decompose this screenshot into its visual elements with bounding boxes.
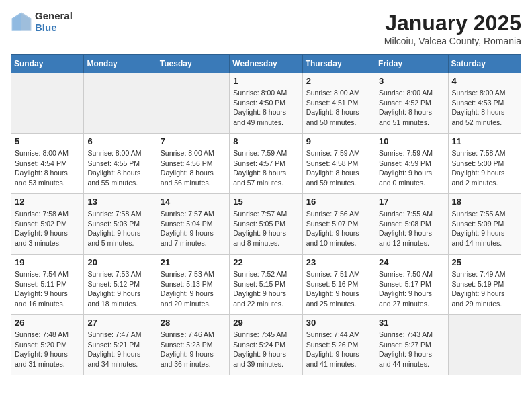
cell-info-text: Sunrise: 7:44 AM Sunset: 5:26 PM Dayligh… <box>306 330 371 369</box>
cell-info-text: Sunrise: 7:53 AM Sunset: 5:12 PM Dayligh… <box>87 269 152 309</box>
page-title: January 2025 <box>384 11 521 36</box>
cell-info-text: Sunrise: 7:43 AM Sunset: 5:27 PM Dayligh… <box>379 330 444 369</box>
cell-info-text: Sunrise: 8:00 AM Sunset: 4:51 PM Dayligh… <box>306 88 371 128</box>
calendar-cell: 28Sunrise: 7:46 AM Sunset: 5:23 PM Dayli… <box>157 315 229 375</box>
calendar-cell: 12Sunrise: 7:58 AM Sunset: 5:02 PM Dayli… <box>11 194 84 255</box>
calendar-cell: 31Sunrise: 7:43 AM Sunset: 5:27 PM Dayli… <box>375 315 448 375</box>
calendar-week-row: 19Sunrise: 7:54 AM Sunset: 5:11 PM Dayli… <box>11 255 521 315</box>
cell-date-number: 12 <box>15 197 80 207</box>
calendar-cell: 18Sunrise: 7:55 AM Sunset: 5:09 PM Dayli… <box>448 194 521 255</box>
cell-date-number: 10 <box>379 136 444 146</box>
calendar-cell: 7Sunrise: 8:00 AM Sunset: 4:56 PM Daylig… <box>157 134 229 194</box>
calendar-week-row: 12Sunrise: 7:58 AM Sunset: 5:02 PM Dayli… <box>11 194 521 255</box>
cell-info-text: Sunrise: 8:00 AM Sunset: 4:53 PM Dayligh… <box>452 88 517 128</box>
calendar-cell: 6Sunrise: 8:00 AM Sunset: 4:55 PM Daylig… <box>84 134 157 194</box>
cell-info-text: Sunrise: 7:59 AM Sunset: 4:57 PM Dayligh… <box>233 148 298 188</box>
calendar-cell: 14Sunrise: 7:57 AM Sunset: 5:04 PM Dayli… <box>157 194 229 255</box>
calendar-cell <box>84 73 157 134</box>
cell-date-number: 13 <box>87 197 152 207</box>
calendar-cell: 24Sunrise: 7:50 AM Sunset: 5:17 PM Dayli… <box>375 255 448 315</box>
calendar-cell: 4Sunrise: 8:00 AM Sunset: 4:53 PM Daylig… <box>448 73 521 134</box>
calendar-cell: 29Sunrise: 7:45 AM Sunset: 5:24 PM Dayli… <box>230 315 302 375</box>
cell-info-text: Sunrise: 7:59 AM Sunset: 4:59 PM Dayligh… <box>379 148 444 188</box>
cell-date-number: 16 <box>306 197 371 207</box>
calendar-cell: 13Sunrise: 7:58 AM Sunset: 5:03 PM Dayli… <box>84 194 157 255</box>
cell-info-text: Sunrise: 8:00 AM Sunset: 4:54 PM Dayligh… <box>15 148 80 188</box>
cell-date-number: 30 <box>306 318 371 328</box>
calendar-day-header: Friday <box>375 55 448 73</box>
calendar-cell: 25Sunrise: 7:49 AM Sunset: 5:19 PM Dayli… <box>448 255 521 315</box>
svg-marker-2 <box>12 12 21 30</box>
calendar-table: SundayMondayTuesdayWednesdayThursdayFrid… <box>11 54 521 375</box>
cell-date-number: 2 <box>306 76 371 86</box>
calendar-cell: 17Sunrise: 7:55 AM Sunset: 5:08 PM Dayli… <box>375 194 448 255</box>
cell-info-text: Sunrise: 7:47 AM Sunset: 5:21 PM Dayligh… <box>87 330 152 369</box>
cell-date-number: 4 <box>452 76 517 86</box>
cell-info-text: Sunrise: 7:56 AM Sunset: 5:07 PM Dayligh… <box>306 209 371 248</box>
page-header: General Blue January 2025 Milcoiu, Valce… <box>11 11 521 46</box>
cell-date-number: 11 <box>452 136 517 146</box>
cell-info-text: Sunrise: 7:58 AM Sunset: 5:02 PM Dayligh… <box>15 209 80 248</box>
calendar-cell: 10Sunrise: 7:59 AM Sunset: 4:59 PM Dayli… <box>375 134 448 194</box>
logo-blue-text: Blue <box>35 22 73 34</box>
calendar-cell: 3Sunrise: 8:00 AM Sunset: 4:52 PM Daylig… <box>375 73 448 134</box>
cell-info-text: Sunrise: 7:55 AM Sunset: 5:08 PM Dayligh… <box>379 209 444 248</box>
cell-date-number: 3 <box>379 76 444 86</box>
cell-info-text: Sunrise: 7:45 AM Sunset: 5:24 PM Dayligh… <box>233 330 298 369</box>
logo-icon <box>11 11 32 33</box>
cell-date-number: 25 <box>452 257 517 267</box>
cell-date-number: 15 <box>233 197 298 207</box>
cell-info-text: Sunrise: 7:57 AM Sunset: 5:04 PM Dayligh… <box>161 209 226 248</box>
cell-info-text: Sunrise: 7:46 AM Sunset: 5:23 PM Dayligh… <box>161 330 226 369</box>
logo: General Blue <box>11 11 73 33</box>
cell-date-number: 8 <box>233 136 298 146</box>
cell-date-number: 17 <box>379 197 444 207</box>
cell-date-number: 9 <box>306 136 371 146</box>
calendar-cell: 21Sunrise: 7:53 AM Sunset: 5:13 PM Dayli… <box>157 255 229 315</box>
calendar-week-row: 1Sunrise: 8:00 AM Sunset: 4:50 PM Daylig… <box>11 73 521 134</box>
calendar-cell <box>448 315 521 375</box>
cell-info-text: Sunrise: 8:00 AM Sunset: 4:56 PM Dayligh… <box>161 148 226 188</box>
title-block: January 2025 Milcoiu, Valcea County, Rom… <box>384 11 521 46</box>
cell-date-number: 29 <box>233 318 298 328</box>
cell-date-number: 7 <box>161 136 226 146</box>
cell-info-text: Sunrise: 7:52 AM Sunset: 5:15 PM Dayligh… <box>233 269 298 309</box>
cell-info-text: Sunrise: 7:53 AM Sunset: 5:13 PM Dayligh… <box>161 269 226 309</box>
calendar-day-header: Saturday <box>448 55 521 73</box>
cell-date-number: 31 <box>379 318 444 328</box>
cell-info-text: Sunrise: 7:49 AM Sunset: 5:19 PM Dayligh… <box>452 269 517 309</box>
calendar-week-row: 26Sunrise: 7:48 AM Sunset: 5:20 PM Dayli… <box>11 315 521 375</box>
cell-date-number: 23 <box>306 257 371 267</box>
cell-info-text: Sunrise: 7:59 AM Sunset: 4:58 PM Dayligh… <box>306 148 371 188</box>
cell-date-number: 6 <box>87 136 152 146</box>
calendar-cell: 23Sunrise: 7:51 AM Sunset: 5:16 PM Dayli… <box>302 255 375 315</box>
cell-info-text: Sunrise: 7:55 AM Sunset: 5:09 PM Dayligh… <box>452 209 517 248</box>
svg-marker-1 <box>21 12 31 30</box>
cell-info-text: Sunrise: 7:58 AM Sunset: 5:03 PM Dayligh… <box>87 209 152 248</box>
cell-info-text: Sunrise: 7:50 AM Sunset: 5:17 PM Dayligh… <box>379 269 444 309</box>
calendar-cell: 5Sunrise: 8:00 AM Sunset: 4:54 PM Daylig… <box>11 134 84 194</box>
cell-info-text: Sunrise: 7:57 AM Sunset: 5:05 PM Dayligh… <box>233 209 298 248</box>
calendar-cell: 16Sunrise: 7:56 AM Sunset: 5:07 PM Dayli… <box>302 194 375 255</box>
calendar-cell: 27Sunrise: 7:47 AM Sunset: 5:21 PM Dayli… <box>84 315 157 375</box>
logo-text: General Blue <box>35 11 73 33</box>
cell-info-text: Sunrise: 7:58 AM Sunset: 5:00 PM Dayligh… <box>452 148 517 188</box>
calendar-cell: 20Sunrise: 7:53 AM Sunset: 5:12 PM Dayli… <box>84 255 157 315</box>
cell-info-text: Sunrise: 7:54 AM Sunset: 5:11 PM Dayligh… <box>15 269 80 309</box>
calendar-day-header: Wednesday <box>230 55 302 73</box>
cell-date-number: 18 <box>452 197 517 207</box>
calendar-cell: 30Sunrise: 7:44 AM Sunset: 5:26 PM Dayli… <box>302 315 375 375</box>
cell-info-text: Sunrise: 7:51 AM Sunset: 5:16 PM Dayligh… <box>306 269 371 309</box>
cell-date-number: 22 <box>233 257 298 267</box>
calendar-day-header: Tuesday <box>157 55 229 73</box>
cell-info-text: Sunrise: 8:00 AM Sunset: 4:50 PM Dayligh… <box>233 88 298 128</box>
cell-date-number: 1 <box>233 76 298 86</box>
calendar-cell <box>11 73 84 134</box>
cell-info-text: Sunrise: 7:48 AM Sunset: 5:20 PM Dayligh… <box>15 330 80 369</box>
page-subtitle: Milcoiu, Valcea County, Romania <box>384 36 521 46</box>
calendar-cell: 9Sunrise: 7:59 AM Sunset: 4:58 PM Daylig… <box>302 134 375 194</box>
calendar-cell: 26Sunrise: 7:48 AM Sunset: 5:20 PM Dayli… <box>11 315 84 375</box>
calendar-day-header: Thursday <box>302 55 375 73</box>
cell-date-number: 5 <box>15 136 80 146</box>
cell-date-number: 21 <box>161 257 226 267</box>
